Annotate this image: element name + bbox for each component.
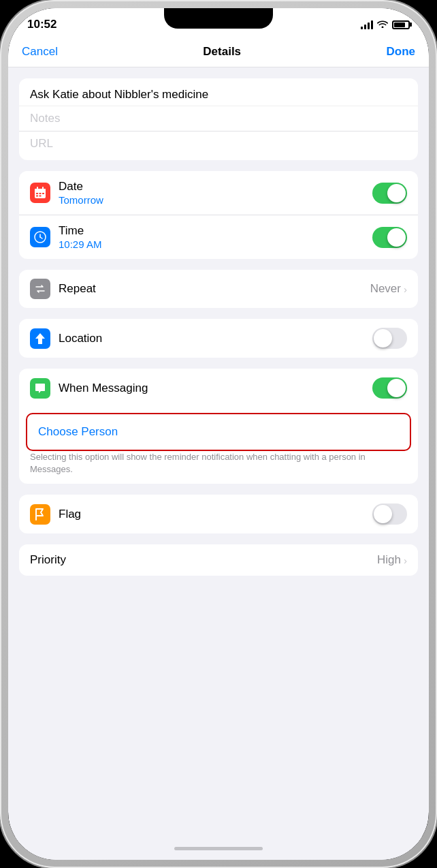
choose-person-label[interactable]: Choose Person [38, 425, 118, 439]
repeat-row[interactable]: Repeat Never › [19, 270, 418, 308]
flag-toggle-thumb [374, 505, 392, 523]
reminder-url[interactable]: URL [19, 131, 418, 160]
phone-inner: 10:52 [8, 8, 429, 860]
location-content: Location [59, 332, 372, 345]
messaging-toggle-thumb [387, 379, 406, 397]
screen: 10:52 [8, 8, 429, 860]
reminder-notes[interactable]: Notes [19, 106, 418, 131]
phone-frame: 10:52 [0, 0, 437, 868]
battery-icon [392, 20, 410, 29]
flag-card: Flag [19, 495, 418, 533]
content-area: Ask Katie about Nibbler's medicine Notes… [8, 67, 429, 837]
svg-line-11 [40, 237, 42, 238]
priority-value: High [377, 553, 401, 567]
location-icon [30, 328, 50, 349]
notch [164, 8, 273, 29]
priority-row[interactable]: Priority High › [19, 544, 418, 576]
location-toggle-thumb [374, 329, 392, 347]
flag-row[interactable]: Flag [19, 495, 418, 533]
home-bar [174, 847, 263, 850]
status-icons [361, 19, 410, 30]
repeat-value: Never [370, 282, 401, 296]
done-button[interactable]: Done [386, 45, 415, 59]
time-toggle[interactable] [372, 227, 407, 248]
location-card: Location [19, 319, 418, 358]
location-toggle[interactable] [372, 328, 407, 349]
repeat-label: Repeat [59, 282, 370, 296]
repeat-card: Repeat Never › [19, 270, 418, 308]
date-row[interactable]: Date Tomorrow [19, 171, 418, 215]
choose-person-helper: Selecting this option will show the remi… [19, 451, 418, 484]
repeat-content: Repeat [59, 282, 370, 296]
svg-rect-7 [36, 196, 38, 197]
choose-person-row[interactable]: Choose Person [26, 413, 411, 451]
svg-rect-4 [36, 193, 38, 194]
status-time: 10:52 [27, 18, 56, 31]
time-label: Time [59, 224, 372, 238]
home-indicator [8, 837, 429, 860]
repeat-chevron-icon: › [404, 283, 407, 295]
date-label: Date [59, 180, 372, 193]
date-icon [30, 183, 50, 203]
time-content: Time 10:29 AM [59, 224, 372, 250]
date-toggle[interactable] [372, 183, 407, 204]
time-icon [30, 227, 50, 247]
date-content: Date Tomorrow [59, 180, 372, 206]
messaging-card: When Messaging Choose Person Selecting t… [19, 369, 418, 484]
flag-toggle[interactable] [372, 503, 407, 525]
messaging-icon [30, 378, 50, 399]
nav-bar: Cancel Details Done [8, 37, 429, 67]
when-messaging-row[interactable]: When Messaging [19, 369, 418, 407]
flag-label: Flag [59, 508, 372, 521]
priority-card: Priority High › [19, 544, 418, 576]
time-value: 10:29 AM [59, 238, 372, 250]
location-row[interactable]: Location [19, 319, 418, 358]
wifi-icon [377, 19, 388, 30]
flag-icon [30, 504, 50, 525]
messaging-content: When Messaging [59, 382, 372, 395]
date-toggle-thumb [387, 184, 406, 202]
signal-bars-icon [361, 20, 373, 29]
priority-chevron-icon: › [404, 555, 407, 566]
reminder-card: Ask Katie about Nibbler's medicine Notes… [19, 78, 418, 160]
date-value: Tomorrow [59, 194, 372, 206]
flag-content: Flag [59, 508, 372, 521]
reminder-title[interactable]: Ask Katie about Nibbler's medicine [19, 78, 418, 106]
svg-rect-6 [42, 193, 44, 194]
svg-rect-5 [39, 193, 42, 194]
location-label: Location [59, 332, 372, 345]
nav-title: Details [203, 45, 241, 59]
priority-label: Priority [30, 553, 377, 567]
svg-rect-1 [35, 189, 46, 191]
messaging-label: When Messaging [59, 382, 372, 395]
repeat-icon [30, 279, 50, 299]
time-row[interactable]: Time 10:29 AM [19, 215, 418, 259]
cancel-button[interactable]: Cancel [22, 45, 58, 59]
messaging-toggle[interactable] [372, 377, 407, 399]
svg-rect-8 [39, 196, 42, 197]
date-time-card: Date Tomorrow [19, 171, 418, 259]
time-toggle-thumb [387, 228, 406, 247]
priority-content: Priority [30, 553, 377, 567]
